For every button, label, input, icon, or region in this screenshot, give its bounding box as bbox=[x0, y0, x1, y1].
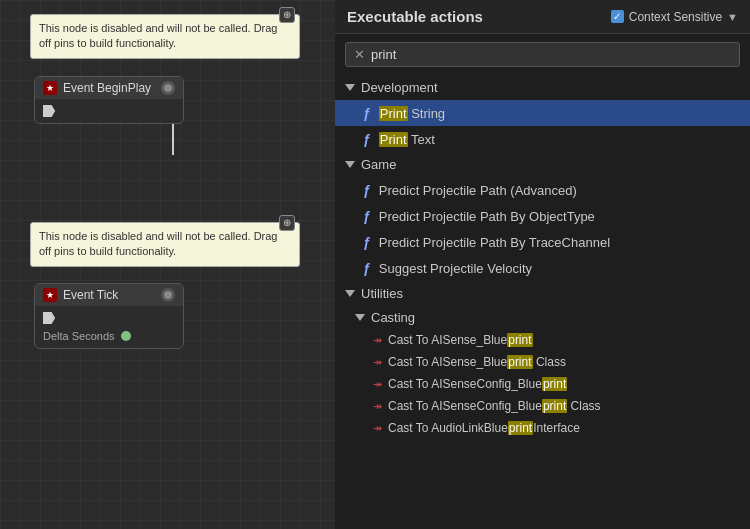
result-cast-aisenseconfig-class-label: Cast To AISenseConfig_Blueprint Class bbox=[388, 399, 601, 413]
result-predict-advanced-label: Predict Projectile Path (Advanced) bbox=[379, 183, 577, 198]
delta-seconds-row: Delta Seconds bbox=[43, 330, 131, 342]
category-game-label: Game bbox=[361, 157, 396, 172]
event-tick-label: Event Tick bbox=[63, 288, 118, 302]
result-cast-aisense-class[interactable]: ↠ Cast To AISense_Blueprint Class bbox=[335, 351, 750, 373]
cast-arrow-audiolink: ↠ bbox=[373, 422, 382, 435]
event-beginplay-label: Event BeginPlay bbox=[63, 81, 151, 95]
context-sensitive-dropdown-icon[interactable]: ▼ bbox=[727, 11, 738, 23]
panel-title-bar: Executable actions ✓ Context Sensitive ▼ bbox=[335, 0, 750, 34]
result-suggest-velocity-label: Suggest Projectile Velocity bbox=[379, 261, 532, 276]
event-tick-body: Delta Seconds bbox=[35, 306, 183, 348]
func-icon-suggest-velocity: ƒ bbox=[363, 260, 371, 276]
highlight-cast-aisenseconfig-class: print bbox=[542, 399, 567, 413]
exec-pin-tick[interactable] bbox=[43, 312, 55, 324]
subcategory-casting-label: Casting bbox=[371, 310, 415, 325]
highlight-print-text: Print bbox=[379, 132, 408, 147]
warning-icon-1: ⊕ bbox=[279, 7, 295, 23]
event-tick-header: ★ Event Tick bbox=[35, 284, 183, 306]
category-utilities-label: Utilities bbox=[361, 286, 403, 301]
context-sensitive-label: Context Sensitive bbox=[629, 10, 722, 24]
subcategory-casting-arrow bbox=[355, 314, 365, 321]
func-icon-predict-advanced: ƒ bbox=[363, 182, 371, 198]
func-icon-print-string: ƒ bbox=[363, 105, 371, 121]
category-development-arrow bbox=[345, 84, 355, 91]
search-clear-icon[interactable]: ✕ bbox=[354, 47, 365, 62]
result-print-text-label: Print Text bbox=[379, 132, 435, 147]
highlight-cast-aisense: print bbox=[507, 333, 532, 347]
context-sensitive-container[interactable]: ✓ Context Sensitive ▼ bbox=[611, 10, 738, 24]
node-warning-1: ⊕ This node is disabled and will not be … bbox=[30, 14, 300, 59]
event-beginplay-icon: ★ bbox=[43, 81, 57, 95]
result-cast-aisenseconfig[interactable]: ↠ Cast To AISenseConfig_Blueprint bbox=[335, 373, 750, 395]
event-tick-icon: ★ bbox=[43, 288, 57, 302]
exec-pin-row-tick bbox=[43, 312, 55, 324]
event-beginplay-node[interactable]: ★ Event BeginPlay bbox=[34, 76, 184, 124]
cast-arrow-aisenseconfig-class: ↠ bbox=[373, 400, 382, 413]
result-predict-objecttype[interactable]: ƒ Predict Projectile Path By ObjectType bbox=[335, 203, 750, 229]
category-development-label: Development bbox=[361, 80, 438, 95]
result-predict-objecttype-label: Predict Projectile Path By ObjectType bbox=[379, 209, 595, 224]
actions-panel: Executable actions ✓ Context Sensitive ▼… bbox=[335, 0, 750, 529]
result-print-string[interactable]: ƒ Print String bbox=[335, 100, 750, 126]
result-cast-aisenseconfig-label: Cast To AISenseConfig_Blueprint bbox=[388, 377, 567, 391]
warning-icon-2: ⊕ bbox=[279, 215, 295, 231]
result-cast-audiolink-label: Cast To AudioLinkBlueprintInterface bbox=[388, 421, 580, 435]
event-tick-node[interactable]: ★ Event Tick Delta Seconds bbox=[34, 283, 184, 349]
cast-arrow-aisenseconfig: ↠ bbox=[373, 378, 382, 391]
warning1-text: This node is disabled and will not be ca… bbox=[39, 22, 277, 49]
delta-seconds-label: Delta Seconds bbox=[43, 330, 115, 342]
subcategory-casting[interactable]: Casting bbox=[335, 306, 750, 329]
delta-seconds-pin[interactable] bbox=[121, 331, 131, 341]
highlight-print-string: Print bbox=[379, 106, 408, 121]
result-cast-aisense[interactable]: ↠ Cast To AISense_Blueprint bbox=[335, 329, 750, 351]
event-beginplay-header: ★ Event BeginPlay bbox=[35, 77, 183, 99]
category-game-arrow bbox=[345, 161, 355, 168]
category-utilities-arrow bbox=[345, 290, 355, 297]
result-cast-audiolink[interactable]: ↠ Cast To AudioLinkBlueprintInterface bbox=[335, 417, 750, 439]
cast-arrow-aisense: ↠ bbox=[373, 334, 382, 347]
exec-pin-beginplay[interactable] bbox=[43, 105, 55, 117]
search-input[interactable]: print bbox=[371, 47, 731, 62]
context-sensitive-checkbox[interactable]: ✓ bbox=[611, 10, 624, 23]
event-beginplay-body bbox=[35, 99, 183, 123]
result-cast-aisenseconfig-class[interactable]: ↠ Cast To AISenseConfig_Blueprint Class bbox=[335, 395, 750, 417]
result-suggest-velocity[interactable]: ƒ Suggest Projectile Velocity bbox=[335, 255, 750, 281]
result-predict-advanced[interactable]: ƒ Predict Projectile Path (Advanced) bbox=[335, 177, 750, 203]
result-print-text[interactable]: ƒ Print Text bbox=[335, 126, 750, 152]
warning2-text: This node is disabled and will not be ca… bbox=[39, 230, 277, 257]
cast-arrow-aisense-class: ↠ bbox=[373, 356, 382, 369]
func-icon-predict-objecttype: ƒ bbox=[363, 208, 371, 224]
category-utilities[interactable]: Utilities bbox=[335, 281, 750, 306]
result-cast-aisense-label: Cast To AISense_Blueprint bbox=[388, 333, 533, 347]
result-predict-tracechannel[interactable]: ƒ Predict Projectile Path By TraceChanne… bbox=[335, 229, 750, 255]
func-icon-predict-tracechannel: ƒ bbox=[363, 234, 371, 250]
result-predict-tracechannel-label: Predict Projectile Path By TraceChannel bbox=[379, 235, 610, 250]
results-list[interactable]: Development ƒ Print String ƒ Print Text … bbox=[335, 75, 750, 529]
category-game[interactable]: Game bbox=[335, 152, 750, 177]
node-warning-2: ⊕ This node is disabled and will not be … bbox=[30, 222, 300, 267]
blueprint-canvas: ⊕ This node is disabled and will not be … bbox=[0, 0, 335, 529]
search-bar[interactable]: ✕ print bbox=[345, 42, 740, 67]
highlight-cast-aisenseconfig: print bbox=[542, 377, 567, 391]
highlight-cast-audiolink: print bbox=[508, 421, 533, 435]
category-development[interactable]: Development bbox=[335, 75, 750, 100]
result-cast-aisense-class-label: Cast To AISense_Blueprint Class bbox=[388, 355, 566, 369]
func-icon-print-text: ƒ bbox=[363, 131, 371, 147]
panel-title: Executable actions bbox=[347, 8, 483, 25]
result-print-string-label: Print String bbox=[379, 106, 445, 121]
highlight-cast-aisense-class: print bbox=[507, 355, 532, 369]
